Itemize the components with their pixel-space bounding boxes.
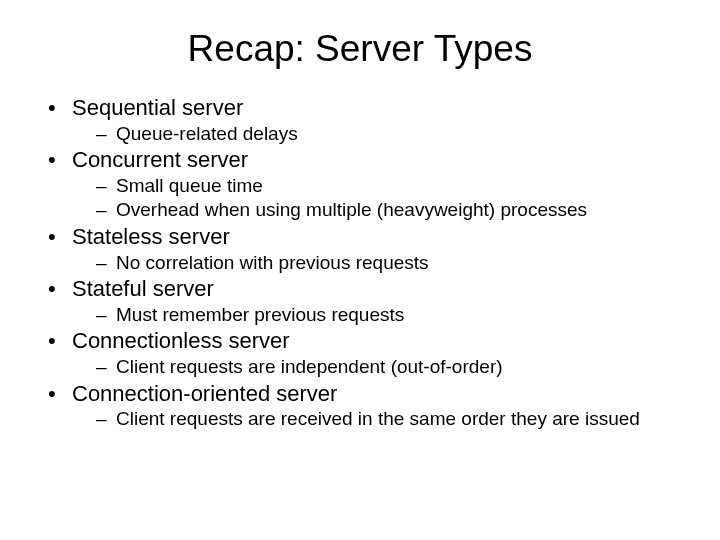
list-item: Sequential server Queue-related delays	[40, 94, 680, 146]
sub-list-item: Overhead when using multiple (heavyweigh…	[72, 198, 680, 223]
list-item: Stateless server No correlation with pre…	[40, 223, 680, 275]
sub-list-item: Client requests are independent (out-of-…	[72, 355, 680, 380]
sub-list-item: Client requests are received in the same…	[72, 407, 680, 432]
sub-list: Must remember previous requests	[72, 303, 680, 328]
list-item-label: Connection-oriented server	[72, 381, 337, 406]
slide-title: Recap: Server Types	[40, 28, 680, 70]
list-item-label: Stateless server	[72, 224, 230, 249]
sub-list: Client requests are received in the same…	[72, 407, 680, 432]
list-item-label: Concurrent server	[72, 147, 248, 172]
sub-list-item: Queue-related delays	[72, 122, 680, 147]
sub-list: No correlation with previous requests	[72, 251, 680, 276]
list-item: Concurrent server Small queue time Overh…	[40, 146, 680, 223]
list-item: Connectionless server Client requests ar…	[40, 327, 680, 379]
sub-list-item: Must remember previous requests	[72, 303, 680, 328]
list-item-label: Sequential server	[72, 95, 243, 120]
sub-list: Queue-related delays	[72, 122, 680, 147]
sub-list-item: Small queue time	[72, 174, 680, 199]
list-item: Stateful server Must remember previous r…	[40, 275, 680, 327]
bullet-list: Sequential server Queue-related delays C…	[40, 94, 680, 432]
sub-list: Small queue time Overhead when using mul…	[72, 174, 680, 223]
list-item-label: Connectionless server	[72, 328, 290, 353]
list-item: Connection-oriented server Client reques…	[40, 380, 680, 432]
list-item-label: Stateful server	[72, 276, 214, 301]
sub-list: Client requests are independent (out-of-…	[72, 355, 680, 380]
sub-list-item: No correlation with previous requests	[72, 251, 680, 276]
